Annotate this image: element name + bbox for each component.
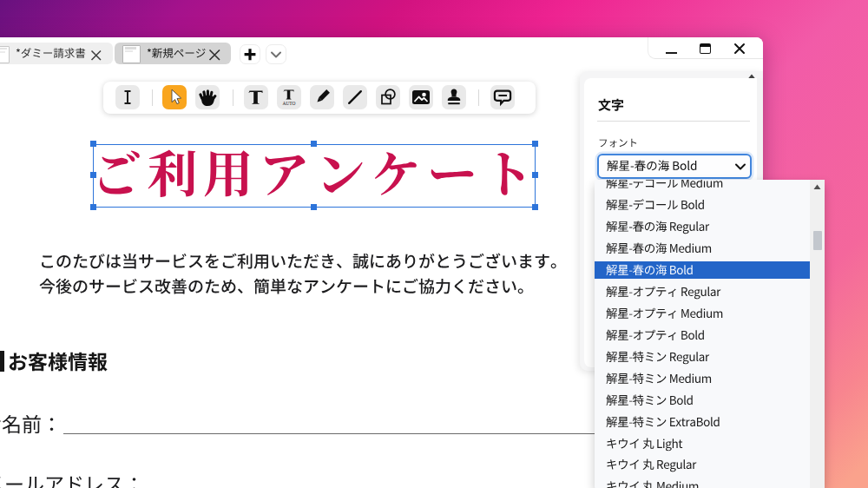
svg-text:AUTO: AUTO — [283, 101, 296, 106]
